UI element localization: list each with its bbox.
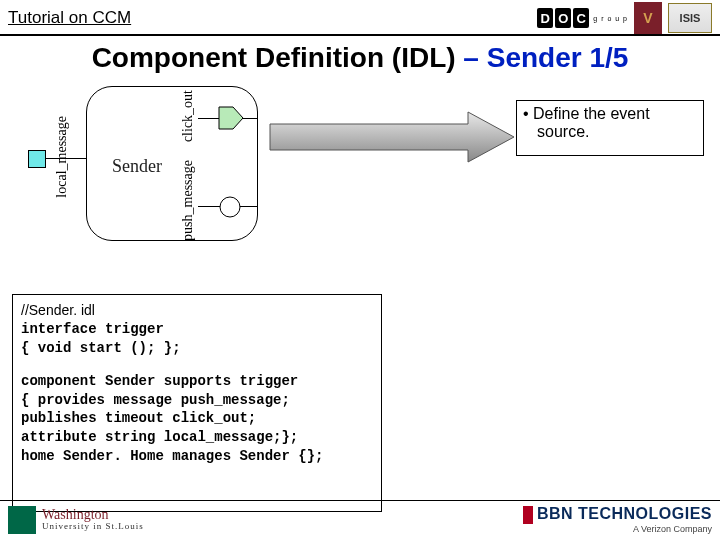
port-line bbox=[46, 158, 72, 159]
facet-port-icon bbox=[218, 195, 242, 219]
bbn-mark-icon bbox=[523, 506, 533, 524]
bullet-box: • Define the event source. bbox=[516, 100, 704, 156]
footer-right: BBN TECHNOLOGIES A Verizon Company bbox=[523, 505, 712, 534]
header-logos: D O C g r o u p V ISIS bbox=[537, 2, 712, 34]
event-source-port-icon bbox=[218, 106, 244, 130]
attribute-port-icon bbox=[28, 150, 46, 168]
isis-logo: ISIS bbox=[668, 3, 712, 33]
code-line: attribute string local_message;}; bbox=[21, 428, 373, 447]
logo-letter-d: D bbox=[537, 8, 553, 28]
footer-bar: Washington University in St.Louis BBN TE… bbox=[0, 500, 720, 534]
title-prefix: Component Definition (IDL) bbox=[92, 42, 456, 73]
port-label-local-message: local_message bbox=[54, 116, 70, 198]
port-label-push-message: push_message bbox=[180, 160, 196, 241]
bbn-text: BBN TECHNOLOGIES bbox=[537, 505, 712, 522]
spacer bbox=[21, 358, 373, 372]
code-comment: //Sender. idl bbox=[21, 301, 373, 320]
slide-title: Component Definition (IDL) – Sender 1/5 bbox=[0, 36, 720, 76]
svg-marker-0 bbox=[219, 107, 243, 129]
logo-subtext: g r o u p bbox=[593, 15, 628, 22]
doc-logo: D O C g r o u p bbox=[537, 8, 628, 28]
code-line: { void start (); }; bbox=[21, 339, 373, 358]
wustl-sub: University in St.Louis bbox=[42, 522, 144, 531]
svg-point-1 bbox=[220, 197, 240, 217]
logo-letter-o: O bbox=[555, 8, 571, 28]
bullet-line2: source. bbox=[523, 123, 697, 141]
bbn-logo: BBN TECHNOLOGIES bbox=[523, 505, 712, 524]
arrow-icon bbox=[268, 106, 518, 168]
wustl-shield-icon bbox=[8, 506, 36, 534]
port-label-click-out: click_out bbox=[180, 90, 196, 142]
code-line: component Sender supports trigger bbox=[21, 372, 373, 391]
vanderbilt-shield-icon: V bbox=[634, 2, 662, 34]
wustl-text: Washington University in St.Louis bbox=[42, 508, 144, 531]
code-line: publishes timeout click_out; bbox=[21, 409, 373, 428]
code-box: //Sender. idl interface trigger { void s… bbox=[12, 294, 382, 512]
footer-left: Washington University in St.Louis bbox=[8, 506, 144, 534]
code-line: home Sender. Home manages Sender {}; bbox=[21, 447, 373, 466]
header-title: Tutorial on CCM bbox=[8, 8, 131, 28]
title-suffix: – Sender 1/5 bbox=[456, 42, 629, 73]
port-line bbox=[72, 158, 86, 159]
header-bar: Tutorial on CCM D O C g r o u p V ISIS bbox=[0, 0, 720, 36]
logo-letter-c: C bbox=[573, 8, 589, 28]
code-line: { provides message push_message; bbox=[21, 391, 373, 410]
code-line: interface trigger bbox=[21, 320, 373, 339]
svg-marker-2 bbox=[270, 112, 514, 162]
component-name: Sender bbox=[112, 156, 162, 177]
content-area: Sender local_message click_out push_mess… bbox=[0, 76, 720, 80]
verizon-text: A Verizon Company bbox=[523, 524, 712, 534]
bullet-line1: • Define the event bbox=[523, 105, 697, 123]
component-diagram: Sender local_message click_out push_mess… bbox=[22, 76, 270, 256]
wustl-name: Washington bbox=[42, 508, 144, 522]
